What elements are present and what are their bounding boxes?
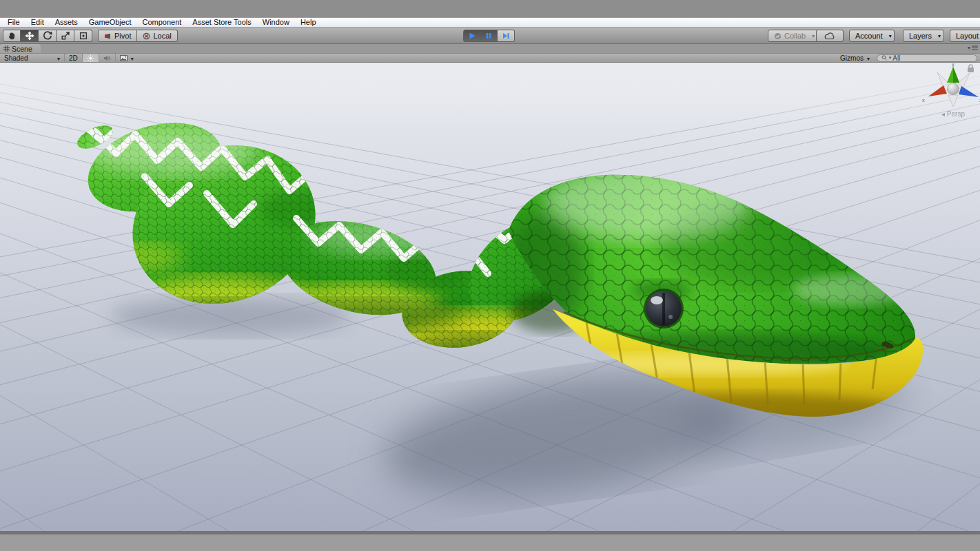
menu-asset-store-tools[interactable]: Asset Store Tools bbox=[187, 18, 256, 27]
window-bottom-strip bbox=[0, 531, 980, 551]
menu-help[interactable]: Help bbox=[295, 18, 322, 27]
hand-tool-button[interactable] bbox=[3, 30, 21, 42]
scene-audio-toggle[interactable] bbox=[99, 54, 116, 62]
local-label: Local bbox=[153, 32, 171, 40]
rotate-icon bbox=[43, 31, 52, 41]
menu-window[interactable]: Window bbox=[257, 18, 295, 27]
cloud-group bbox=[816, 30, 844, 42]
pivot-icon bbox=[104, 32, 112, 40]
gizmos-label: Gizmos bbox=[840, 54, 864, 62]
cloud-icon bbox=[824, 32, 835, 40]
scene-lighting-toggle[interactable] bbox=[83, 54, 99, 62]
menu-bar: File Edit Assets GameObject Component As… bbox=[0, 17, 980, 28]
perspective-toggle-label[interactable]: ◂ Persp bbox=[941, 110, 965, 118]
layout-group: Layout bbox=[950, 30, 980, 42]
menu-file[interactable]: File bbox=[2, 18, 25, 27]
scene-view-toolbar: Shaded 2D Gizmos ▾ bbox=[0, 53, 980, 63]
dropdown-arrow-icon bbox=[864, 54, 870, 62]
tab-scene[interactable]: Scene bbox=[0, 44, 41, 53]
account-label: Account bbox=[855, 32, 883, 40]
scale-tool-button[interactable] bbox=[57, 30, 74, 42]
rotate-tool-button[interactable] bbox=[39, 30, 57, 42]
step-icon bbox=[502, 32, 510, 40]
move-icon bbox=[25, 31, 34, 41]
cloud-button[interactable] bbox=[816, 30, 844, 42]
pivot-local-group: Pivot Local bbox=[98, 30, 178, 42]
main-toolbar: Pivot Local Collab bbox=[0, 28, 980, 44]
snake-eye bbox=[644, 289, 684, 329]
draw-mode-label: Shaded bbox=[4, 54, 28, 62]
search-icon bbox=[881, 54, 888, 61]
pivot-toggle-button[interactable]: Pivot bbox=[98, 30, 137, 42]
hand-icon bbox=[7, 31, 17, 41]
dropdown-arrow-icon bbox=[127, 54, 134, 62]
dropdown-arrow-icon bbox=[54, 54, 60, 62]
tab-menu-icon bbox=[972, 45, 978, 51]
menu-edit[interactable]: Edit bbox=[25, 18, 50, 27]
draw-mode-dropdown[interactable]: Shaded bbox=[0, 54, 65, 62]
menu-assets[interactable]: Assets bbox=[50, 18, 83, 27]
local-globe-icon bbox=[143, 32, 150, 40]
layout-label: Layout bbox=[956, 32, 979, 40]
pause-button[interactable] bbox=[480, 30, 498, 42]
scene-search-field[interactable]: ▾ bbox=[877, 54, 977, 62]
transform-tools bbox=[3, 30, 92, 42]
play-button[interactable] bbox=[463, 30, 480, 42]
pause-icon bbox=[484, 32, 493, 40]
toggle-2d-button[interactable]: 2D bbox=[65, 54, 83, 62]
gizmo-y-label: y bbox=[952, 63, 955, 67]
rect-tool-button[interactable] bbox=[74, 30, 92, 42]
pivot-label: Pivot bbox=[114, 32, 131, 40]
horizon-fade bbox=[0, 63, 980, 128]
2d-label: 2D bbox=[69, 54, 78, 62]
move-tool-button[interactable] bbox=[21, 30, 39, 42]
scene-toolbar-right: Gizmos ▾ bbox=[836, 54, 980, 62]
scene-grid-icon bbox=[3, 45, 10, 52]
collab-dropdown-button[interactable]: Collab bbox=[768, 30, 821, 42]
collab-label: Collab bbox=[784, 32, 806, 40]
scene-effects-dropdown[interactable] bbox=[116, 54, 138, 62]
menu-gameobject[interactable]: GameObject bbox=[83, 18, 137, 27]
window-title-strip bbox=[0, 0, 980, 17]
gizmo-x-label: x bbox=[922, 97, 925, 103]
gizmos-dropdown[interactable]: Gizmos bbox=[836, 54, 874, 62]
scene-tab-label: Scene bbox=[12, 45, 32, 53]
search-input[interactable] bbox=[892, 54, 972, 62]
step-button[interactable] bbox=[498, 30, 515, 42]
speaker-icon bbox=[103, 54, 111, 62]
rect-transform-icon bbox=[79, 31, 88, 41]
sun-icon bbox=[87, 54, 94, 62]
layout-dropdown-button[interactable]: Layout bbox=[950, 30, 980, 42]
panel-tab-bar: Scene ▾ bbox=[0, 44, 980, 53]
effects-image-icon bbox=[120, 54, 127, 62]
scale-icon bbox=[61, 31, 70, 41]
account-group: Account bbox=[849, 30, 895, 42]
play-icon bbox=[468, 32, 476, 40]
unity-editor-window: File Edit Assets GameObject Component As… bbox=[0, 0, 980, 551]
layers-dropdown-button[interactable]: Layers bbox=[903, 30, 944, 42]
gizmo-center-cube[interactable] bbox=[948, 83, 959, 95]
tab-options-icon[interactable]: ▾ bbox=[968, 45, 978, 51]
layers-group: Layers bbox=[903, 30, 944, 42]
scene-viewport[interactable]: y x z ◂ Persp bbox=[0, 63, 980, 531]
account-dropdown-button[interactable]: Account bbox=[849, 30, 895, 42]
layers-label: Layers bbox=[909, 32, 932, 40]
search-filter-arrow-icon: ▾ bbox=[889, 55, 892, 61]
collab-group: Collab bbox=[768, 30, 821, 42]
menu-component[interactable]: Component bbox=[136, 18, 187, 27]
collab-check-icon bbox=[774, 32, 782, 40]
local-toggle-button[interactable]: Local bbox=[137, 30, 177, 42]
playmode-controls bbox=[463, 30, 515, 42]
